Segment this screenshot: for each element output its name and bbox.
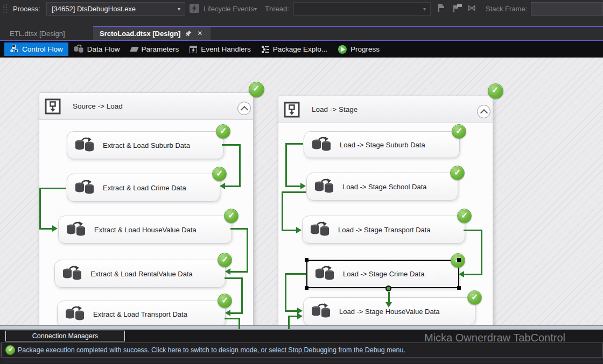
connector-segment[interactable] — [39, 188, 66, 189]
container-header[interactable]: Load -> Stage — [278, 96, 493, 123]
event-handlers-icon — [190, 46, 197, 53]
task-extract-load-transport[interactable]: Extract & Load Transport Data — [57, 301, 226, 327]
success-check-icon — [488, 83, 503, 99]
chevron-down-icon[interactable]: ▾ — [254, 6, 257, 12]
connector-segment[interactable] — [464, 230, 482, 231]
sequence-container-icon — [45, 98, 61, 117]
tab-event-handlers[interactable]: Event Handlers — [184, 44, 256, 55]
show-threads-icon[interactable]: ⋈ — [467, 3, 476, 13]
task-label: Extract & Load HouseValue Data — [94, 226, 197, 234]
task-label: Load -> Stage Suburb Data — [340, 141, 425, 149]
selection-handle[interactable] — [305, 286, 308, 290]
success-check-icon — [218, 294, 232, 308]
connector-segment — [225, 185, 241, 187]
designer-tab-row: Control Flow Data Flow Parameters Event … — [0, 41, 603, 58]
process-dropdown[interactable]: [34652] DtsDebugHost.exe ▾ — [46, 2, 185, 16]
task-label: Extract & Load RentalValue Data — [90, 270, 193, 278]
connector-segment — [247, 228, 248, 272]
tab-srctoload-dtsx[interactable]: SrctoLoad.dtsx [Design] ✕ — [93, 27, 211, 40]
thread-dropdown[interactable]: ▾ — [293, 2, 431, 16]
connector-arrow — [300, 183, 306, 189]
data-flow-icon — [74, 45, 83, 54]
thread-label: Thread: — [265, 5, 289, 13]
success-check-icon — [467, 290, 482, 305]
connector-arrow — [296, 227, 302, 233]
collapse-chevron-button[interactable] — [237, 102, 251, 115]
chevron-down-icon: ▾ — [423, 6, 426, 12]
connector-segment[interactable] — [285, 143, 303, 145]
data-flow-task-icon — [311, 303, 331, 320]
tab-label: Progress — [350, 45, 380, 53]
flag-icon[interactable] — [437, 3, 446, 15]
toolbar-drag-grip[interactable] — [3, 4, 8, 14]
tab-label: Package Explo... — [273, 45, 327, 53]
task-load-stage-school[interactable]: Load -> Stage School Data — [306, 173, 458, 201]
connector-segment[interactable] — [230, 228, 248, 230]
connector-segment[interactable] — [222, 144, 241, 146]
data-flow-task-icon — [65, 306, 85, 323]
tab-label: SrctoLoad.dtsx [Design] — [100, 30, 180, 38]
lifecycle-events-icon[interactable] — [190, 4, 199, 13]
task-extract-load-suburb[interactable]: Extract & Load Suburb Data — [67, 131, 224, 159]
stack-frame-dropdown[interactable] — [531, 2, 603, 16]
success-check-icon — [218, 253, 232, 267]
sequence-container-source-load[interactable]: Source -> Load Extract & Load Suburb Dat… — [39, 92, 254, 344]
tab-label: Event Handlers — [201, 45, 250, 53]
task-label: Extract & Load Transport Data — [93, 310, 187, 318]
task-load-stage-transport[interactable]: Load -> Stage Transport Data — [302, 216, 465, 244]
debug-status-bar: Package execution completed with success… — [1, 342, 603, 358]
connector-origin-dot[interactable] — [385, 286, 391, 291]
selection-handle[interactable] — [457, 286, 461, 290]
connector-segment — [282, 230, 297, 231]
horizontal-scrollbar[interactable] — [0, 325, 603, 330]
control-flow-icon — [10, 44, 18, 54]
tab-control-flow[interactable]: Control Flow — [4, 42, 68, 56]
connection-managers-tab[interactable]: Connection Managers — [5, 331, 125, 341]
task-extract-load-rentalvalue[interactable]: Extract & Load RentalValue Data — [54, 260, 226, 288]
pin-icon[interactable] — [185, 30, 192, 37]
tab-etl-dtsx[interactable]: ETL.dtsx [Design] — [0, 27, 93, 40]
connector-segment[interactable] — [285, 273, 306, 275]
connector-segment[interactable] — [288, 316, 290, 329]
lifecycle-events-label[interactable]: Lifecycle Events — [204, 5, 254, 13]
connector-segment — [285, 185, 301, 187]
close-icon[interactable]: ✕ — [197, 30, 202, 37]
connector-segment[interactable] — [225, 318, 240, 319]
connector-segment — [464, 274, 482, 275]
container-header[interactable]: Source -> Load — [39, 93, 253, 120]
tab-package-explorer[interactable]: Package Explo... — [256, 44, 333, 55]
connector-segment — [285, 273, 286, 312]
selection-handle[interactable] — [305, 258, 308, 262]
selection-handle[interactable] — [457, 258, 461, 262]
stop-debugging-link[interactable]: Package execution completed with success… — [18, 346, 405, 354]
connector-segment[interactable] — [282, 191, 306, 193]
success-check-icon — [5, 345, 15, 355]
tab-data-flow[interactable]: Data Flow — [68, 43, 125, 56]
task-label: Extract & Load Crime Data — [103, 184, 186, 192]
connector-segment — [285, 143, 287, 187]
data-flow-task-icon — [314, 266, 334, 282]
tab-progress[interactable]: Progress — [333, 44, 385, 55]
task-extract-load-crime[interactable]: Extract & Load Crime Data — [67, 174, 220, 202]
connector-segment — [241, 277, 243, 313]
data-flow-task-icon — [66, 222, 86, 238]
control-flow-canvas[interactable]: Source -> Load Extract & Load Suburb Dat… — [0, 58, 603, 329]
task-load-stage-suburb[interactable]: Load -> Stage Suburb Data — [304, 131, 460, 158]
task-label: Load -> Stage School Data — [342, 183, 426, 191]
container-title: Load -> Stage — [312, 105, 357, 113]
connector-arrow — [225, 310, 230, 316]
collapse-chevron-button[interactable] — [477, 105, 490, 118]
data-flow-task-icon — [314, 179, 334, 195]
connector-segment — [230, 312, 243, 314]
tab-parameters[interactable]: Parameters — [125, 44, 185, 55]
task-load-stage-crime[interactable]: Load -> Stage Crime Data — [306, 260, 459, 288]
connector-segment[interactable] — [225, 277, 243, 279]
success-check-icon — [224, 209, 239, 223]
task-extract-load-housevalue[interactable]: Extract & Load HouseValue Data — [58, 216, 232, 244]
connector-segment — [39, 188, 41, 229]
tab-label: ETL.dtsx [Design] — [10, 30, 65, 38]
connector-arrow — [385, 302, 392, 308]
double-flag-icon[interactable] — [452, 3, 463, 15]
success-check-icon — [457, 209, 472, 223]
connector-segment — [39, 228, 53, 230]
